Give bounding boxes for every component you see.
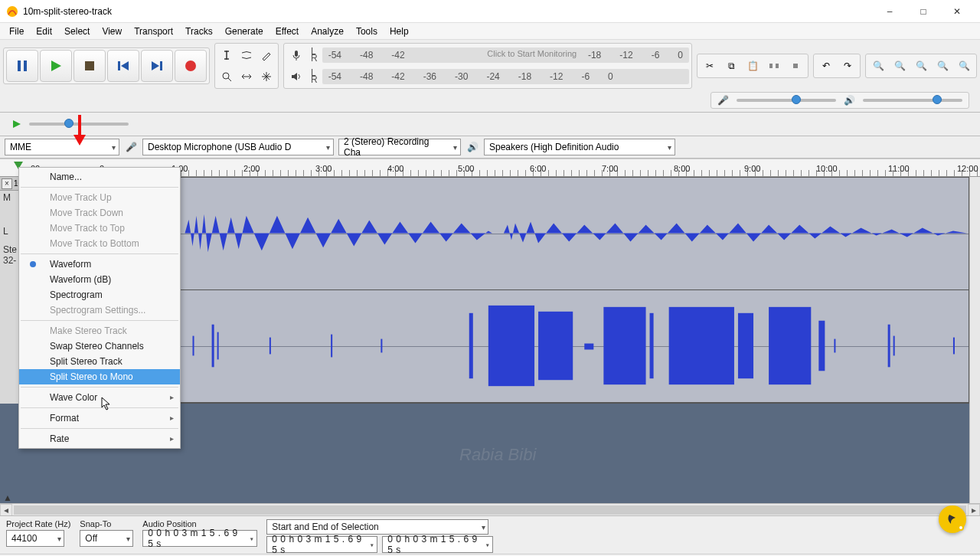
skip-end-button[interactable] [141, 50, 173, 82]
svg-rect-14 [769, 64, 773, 68]
mixer-toolbar: 🎤 🔊 [710, 92, 969, 109]
menu-make-stereo: Make Stereo Track [19, 323, 180, 339]
snap-to-dropdown[interactable]: Off [80, 530, 133, 547]
selection-end-field[interactable]: 0 0 h 0 3 m 1 5 . 6 9 5 s [382, 536, 493, 553]
playback-meter[interactable]: -54 -48 -42 -36 -30 -24 -18 -12 -6 0 [322, 69, 689, 84]
svg-rect-20 [193, 336, 194, 356]
play-speed-slider[interactable] [29, 123, 129, 126]
recording-meter[interactable]: -54 -48 -42 Click to Start Monitoring -1… [322, 47, 689, 63]
menu-split-stereo-to-mono[interactable]: Split Stereo to Mono [19, 369, 180, 384]
menu-move-up: Move Track Up [19, 190, 180, 205]
redo-icon[interactable]: ↷ [838, 56, 858, 76]
selection-mode-dropdown[interactable]: Start and End of Selection [266, 519, 488, 535]
zoom-out-icon[interactable]: 🔍 [890, 56, 910, 76]
cut-icon[interactable]: ✂ [700, 56, 720, 76]
envelope-tool-icon[interactable] [237, 45, 256, 65]
horizontal-scrollbar[interactable]: ◂ ▸ [0, 503, 980, 515]
svg-rect-26 [469, 313, 473, 378]
play-speaker-icon: 🔊 [844, 95, 855, 106]
paste-icon[interactable]: 📋 [743, 56, 763, 76]
pause-button[interactable] [6, 50, 38, 82]
speaker-icon[interactable] [286, 67, 306, 87]
edit-toolbar: ✂ ⧉ 📋 [697, 54, 808, 78]
track-collapse-icon[interactable]: ▲ [3, 492, 12, 502]
play-button[interactable] [40, 50, 72, 82]
menu-generate[interactable]: Generate [219, 25, 270, 38]
playback-device-dropdown[interactable]: Speakers (High Definition Audio [484, 139, 675, 155]
svg-rect-5 [118, 61, 120, 70]
zoom-toggle-icon[interactable]: 🔍 [954, 56, 974, 76]
menu-edit[interactable]: Edit [30, 25, 58, 38]
device-toolbar: MME 🎤 Desktop Microphone (USB Audio D 2 … [0, 136, 980, 159]
maximize-button[interactable]: □ [906, 0, 940, 23]
audio-position-field[interactable]: 0 0 h 0 3 m 1 5 . 6 9 5 s [142, 530, 257, 547]
menu-waveform-db[interactable]: Waveform (dB) [19, 272, 180, 287]
overlay-badge-icon [939, 505, 966, 533]
zoom-in-icon[interactable]: 🔍 [868, 56, 888, 76]
menu-help[interactable]: Help [384, 25, 415, 38]
close-button[interactable]: ✕ [940, 0, 974, 23]
menu-tools[interactable]: Tools [350, 25, 384, 38]
trim-icon[interactable] [764, 56, 784, 76]
skip-start-button[interactable] [107, 50, 139, 82]
selection-toolbar: Project Rate (Hz) 44100 Snap-To Off Audi… [0, 515, 980, 554]
recording-channels-dropdown[interactable]: 2 (Stereo) Recording Cha [338, 139, 461, 155]
menu-effect[interactable]: Effect [270, 25, 305, 38]
project-rate-dropdown[interactable]: 44100 [6, 530, 64, 547]
waveform-right-channel[interactable] [77, 290, 969, 403]
menu-format[interactable]: Format▸ [19, 410, 180, 426]
menu-waveform[interactable]: Waveform [19, 257, 180, 272]
menu-analyze[interactable]: Analyze [305, 25, 350, 38]
svg-marker-3 [51, 61, 61, 71]
menu-wave-color[interactable]: Wave Color▸ [19, 390, 180, 405]
timeshift-tool-icon[interactable] [237, 67, 256, 87]
menu-rate[interactable]: Rate▸ [19, 431, 180, 446]
menu-split-stereo[interactable]: Split Stereo Track [19, 354, 180, 369]
selection-tool-icon[interactable] [217, 45, 237, 65]
scroll-right-icon[interactable]: ▸ [968, 504, 980, 516]
menu-file[interactable]: File [3, 25, 30, 38]
meters-toolbar: LR -54 -48 -42 Click to Start Monitoring… [283, 43, 692, 89]
minimize-button[interactable]: – [873, 0, 906, 23]
selection-start-field[interactable]: 0 0 h 0 3 m 1 5 . 6 9 5 s [266, 536, 377, 553]
svg-rect-2 [24, 61, 27, 71]
audio-host-dropdown[interactable]: MME [5, 139, 119, 155]
silence-icon[interactable] [786, 56, 805, 76]
svg-rect-31 [650, 313, 654, 378]
recording-volume-slider[interactable] [737, 99, 836, 102]
playback-volume-slider[interactable] [863, 99, 962, 102]
undo-icon[interactable]: ↶ [816, 56, 836, 76]
rec-lr-label: LR [311, 48, 318, 62]
recording-device-dropdown[interactable]: Desktop Microphone (USB Audio D [142, 139, 334, 155]
title-bar: 10m-split-stereo-track – □ ✕ [0, 0, 980, 23]
play-at-speed-button[interactable] [9, 116, 24, 132]
play-lr-label: LR [311, 70, 318, 83]
menu-swap-channels[interactable]: Swap Stereo Channels [19, 339, 180, 354]
svg-rect-12 [295, 51, 298, 57]
track-close-button[interactable]: × [2, 178, 12, 189]
menu-spectrogram[interactable]: Spectrogram [19, 287, 180, 303]
vertical-scrollbar[interactable] [969, 177, 980, 515]
menu-select[interactable]: Select [58, 25, 96, 38]
waveform-left-channel[interactable] [77, 178, 969, 290]
menu-view[interactable]: View [96, 25, 128, 38]
multi-tool-icon[interactable] [256, 67, 276, 87]
mic-icon[interactable] [286, 45, 306, 65]
svg-rect-33 [738, 313, 753, 378]
stop-button[interactable] [74, 50, 106, 82]
scroll-left-icon[interactable]: ◂ [0, 504, 12, 516]
menu-name[interactable]: Name... [19, 169, 180, 185]
waveform-display[interactable] [77, 177, 969, 404]
record-button[interactable] [175, 50, 207, 82]
copy-icon[interactable]: ⧉ [721, 56, 741, 76]
fit-project-icon[interactable]: 🔍 [933, 56, 952, 76]
zoom-tool-icon[interactable] [217, 67, 237, 87]
svg-rect-23 [270, 338, 271, 355]
draw-tool-icon[interactable] [256, 45, 276, 65]
fit-selection-icon[interactable]: 🔍 [911, 56, 931, 76]
menu-transport[interactable]: Transport [128, 25, 179, 38]
svg-rect-15 [776, 64, 779, 68]
menu-spectrogram-settings: Spectrogram Settings... [19, 303, 180, 318]
scrollbar-thumb[interactable] [14, 505, 966, 515]
menu-tracks[interactable]: Tracks [179, 25, 219, 38]
